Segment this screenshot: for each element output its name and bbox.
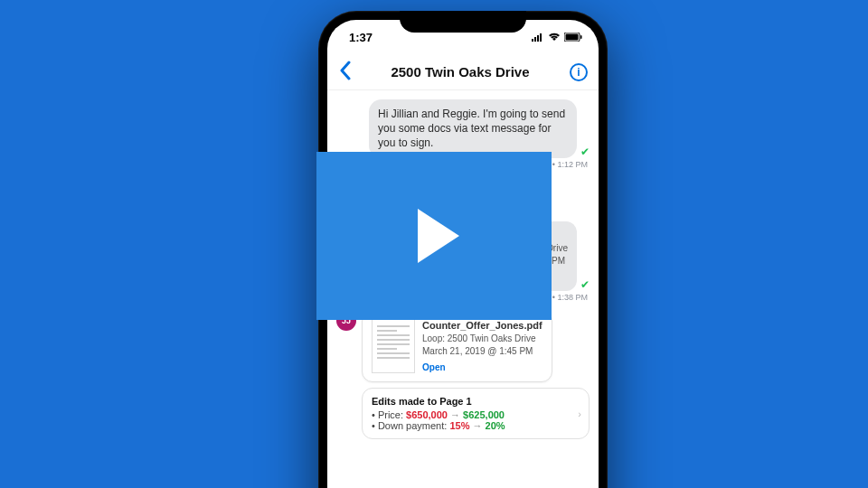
svg-rect-0 — [532, 39, 533, 42]
document-date: March 21, 2019 @ 1:45 PM — [422, 345, 542, 358]
chevron-left-icon — [338, 61, 351, 80]
edit-down-old: 15% — [449, 420, 469, 431]
edit-line-price: • Price: $650,000 → $625,000 — [372, 409, 580, 420]
check-icon: ✔ — [580, 145, 590, 158]
status-time: 1:37 — [349, 31, 373, 44]
check-icon: ✔ — [580, 278, 590, 291]
document-thumbnail-icon — [372, 319, 415, 373]
document-title: Counter_Offer_Jones.pdf — [422, 319, 542, 333]
signal-icon — [532, 33, 544, 42]
video-play-button[interactable] — [316, 152, 552, 320]
svg-rect-5 — [566, 34, 579, 41]
chevron-right-icon: › — [578, 408, 581, 419]
edit-down-label: • Down payment: — [372, 420, 449, 431]
document-info: Counter_Offer_Jones.pdf Loop: 2500 Twin … — [422, 319, 542, 374]
document-loop: Loop: 2500 Twin Oaks Drive — [422, 333, 542, 345]
arrow-icon: → — [469, 420, 485, 431]
edit-price-label: • Price: — [372, 409, 406, 420]
nav-bar: 2500 Twin Oaks Drive i — [327, 54, 599, 90]
back-button[interactable] — [338, 61, 351, 84]
message-sent: Hi Jillian and Reggie. I'm going to send… — [336, 99, 590, 158]
arrow-icon: → — [448, 409, 463, 420]
edits-card[interactable]: Edits made to Page 1 • Price: $650,000 →… — [362, 388, 590, 439]
page-title: 2500 Twin Oaks Drive — [391, 64, 529, 80]
edit-price-old: $650,000 — [406, 409, 448, 420]
battery-icon — [564, 33, 582, 42]
edit-down-new: 20% — [486, 420, 505, 431]
edits-title: Edits made to Page 1 — [372, 396, 580, 407]
info-icon: i — [577, 66, 580, 79]
sent-bubble: Hi Jillian and Reggie. I'm going to send… — [369, 99, 577, 158]
wifi-icon — [548, 33, 561, 42]
edit-line-down: • Down payment: 15% → 20% — [372, 420, 580, 431]
info-button[interactable]: i — [570, 63, 588, 81]
phone-notch — [400, 11, 526, 33]
document-open-link[interactable]: Open — [422, 361, 542, 374]
svg-rect-1 — [534, 37, 536, 42]
edit-price-new: $625,000 — [463, 409, 505, 420]
svg-rect-6 — [580, 35, 582, 39]
document-card[interactable]: Counter_Offer_Jones.pdf Loop: 2500 Twin … — [362, 311, 552, 382]
message-received-doc: JJ Counter_Offer_Jones.pdf Loop: 2500 Tw… — [336, 311, 590, 382]
play-icon — [418, 209, 459, 263]
svg-rect-2 — [537, 35, 539, 42]
svg-rect-3 — [540, 33, 542, 42]
status-icons — [532, 33, 582, 42]
